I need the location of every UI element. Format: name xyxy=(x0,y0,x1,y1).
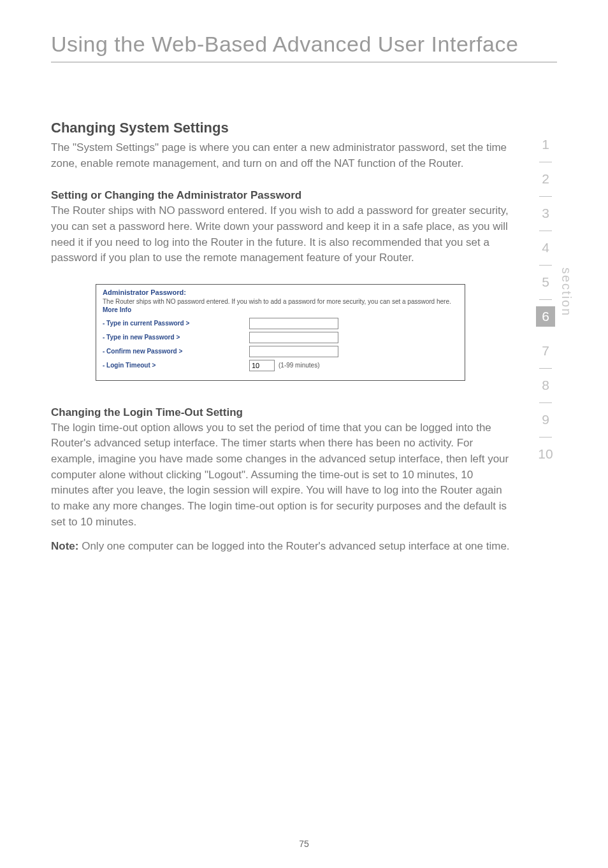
section-nav: 1 2 3 4 5 6 7 8 9 10 section xyxy=(536,127,574,471)
new-password-input[interactable] xyxy=(249,332,338,343)
subhead-admin-password: Setting or Changing the Administrator Pa… xyxy=(51,189,510,202)
subhead-login-timeout: Changing the Login Time-Out Setting xyxy=(51,406,510,419)
nav-item-5[interactable]: 5 xyxy=(536,265,555,299)
nav-item-1[interactable]: 1 xyxy=(536,127,555,162)
nav-item-6[interactable]: 6 xyxy=(536,306,555,327)
confirm-password-input[interactable] xyxy=(249,346,338,357)
section-label: section xyxy=(559,267,574,317)
label-new-password: - Type in new Password > xyxy=(103,334,249,341)
label-confirm-password: - Confirm new Password > xyxy=(103,348,249,355)
more-info-link[interactable]: More Info xyxy=(103,306,131,313)
heading-changing-system-settings: Changing System Settings xyxy=(51,120,510,136)
nav-item-8[interactable]: 8 xyxy=(536,368,555,402)
admin-box-desc-text: The Router ships with NO password entere… xyxy=(103,298,451,305)
admin-password-box: Administrator Password: The Router ships… xyxy=(96,284,465,381)
admin-box-title: Administrator Password: xyxy=(103,288,458,296)
login-timeout-input[interactable] xyxy=(249,360,275,371)
paragraph-admin-password: The Router ships with NO password entere… xyxy=(51,203,510,266)
nav-item-4[interactable]: 4 xyxy=(536,231,555,265)
note-paragraph: Note: Only one computer can be logged in… xyxy=(51,539,510,555)
nav-item-7[interactable]: 7 xyxy=(536,334,555,368)
note-label: Note: xyxy=(51,540,78,552)
nav-item-2[interactable]: 2 xyxy=(536,162,555,196)
current-password-input[interactable] xyxy=(249,318,338,329)
admin-box-desc: The Router ships with NO password entere… xyxy=(103,297,458,314)
nav-item-10[interactable]: 10 xyxy=(536,437,555,471)
paragraph-system-settings: The "System Settings" page is where you … xyxy=(51,140,510,171)
page-number: 75 xyxy=(0,839,608,849)
nav-item-3[interactable]: 3 xyxy=(536,196,555,231)
timeout-hint: (1-99 minutes) xyxy=(279,362,319,369)
nav-item-9[interactable]: 9 xyxy=(536,402,555,437)
paragraph-login-timeout: The login time-out option allows you to … xyxy=(51,420,510,530)
note-text: Only one computer can be logged into the… xyxy=(78,540,509,552)
page-title: Using the Web-Based Advanced User Interf… xyxy=(51,32,557,62)
label-login-timeout: - Login Timeout > xyxy=(103,362,249,369)
label-current-password: - Type in current Password > xyxy=(103,320,249,327)
